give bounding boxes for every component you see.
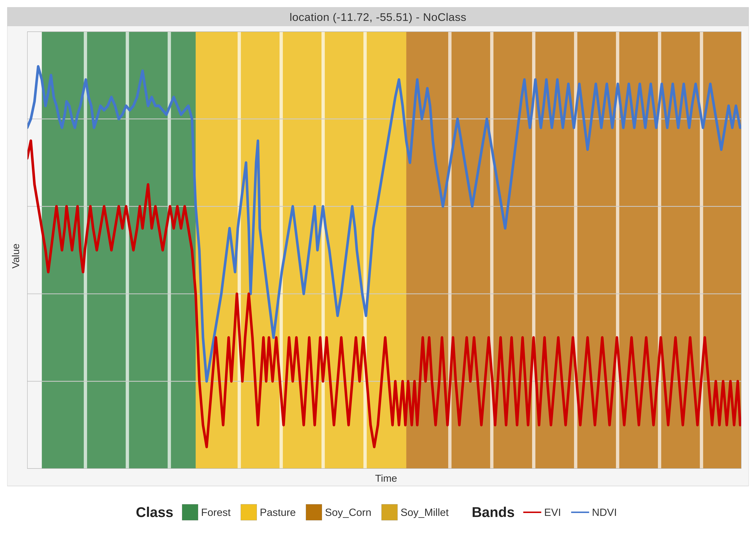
svg-rect-11 — [363, 32, 367, 469]
svg-rect-10 — [321, 32, 325, 469]
chart-container: location (-11.72, -55.51) - NoClass Valu… — [0, 0, 756, 540]
legend-color-pasture — [241, 504, 257, 520]
legend-item-forest: Forest — [182, 504, 231, 520]
chart-right: 0 0.2 0.4 0.6 0.8 1 2000 2005 2010 2015 — [24, 26, 749, 486]
svg-rect-6 — [126, 32, 129, 469]
legend-line-ndvi — [571, 510, 589, 515]
chart-title: location (-11.72, -55.51) - NoClass — [7, 7, 749, 26]
chart-area-wrapper: Value — [7, 26, 749, 486]
svg-rect-8 — [238, 32, 241, 469]
legend-class-group: Class Forest Pasture Soy_Corn Soy_Millet — [136, 504, 452, 520]
legend-label-forest: Forest — [201, 506, 231, 518]
legend-bands-group: Bands EVI NDVI — [472, 504, 620, 520]
legend-label-ndvi: NDVI — [592, 506, 617, 518]
legend-bands-title: Bands — [472, 504, 515, 520]
legend-label-evi: EVI — [544, 506, 561, 518]
legend-color-soy-corn — [306, 504, 322, 520]
legend-item-soy-millet: Soy_Millet — [381, 504, 449, 520]
legend-line-evi — [523, 510, 541, 515]
legend-label-pasture: Pasture — [260, 506, 296, 518]
legend-color-soy-millet — [381, 504, 398, 520]
legend-area: Class Forest Pasture Soy_Corn Soy_Millet… — [7, 486, 749, 536]
legend-class-title: Class — [136, 504, 173, 520]
plot-svg: 0 0.2 0.4 0.6 0.8 1 2000 2005 2010 2015 — [27, 32, 741, 469]
legend-item-soy-corn: Soy_Corn — [306, 504, 371, 520]
legend-color-forest — [182, 504, 198, 520]
y-axis-label: Value — [7, 26, 24, 486]
legend-item-ndvi: NDVI — [571, 506, 617, 518]
legend-item-evi: EVI — [523, 506, 561, 518]
legend-item-pasture: Pasture — [241, 504, 296, 520]
legend-label-soy-corn: Soy_Corn — [325, 506, 371, 518]
svg-rect-7 — [168, 32, 171, 469]
plot-area: 0 0.2 0.4 0.6 0.8 1 2000 2005 2010 2015 — [27, 32, 741, 469]
x-axis-label: Time — [24, 469, 749, 486]
legend-label-soy-millet: Soy_Millet — [401, 506, 449, 518]
